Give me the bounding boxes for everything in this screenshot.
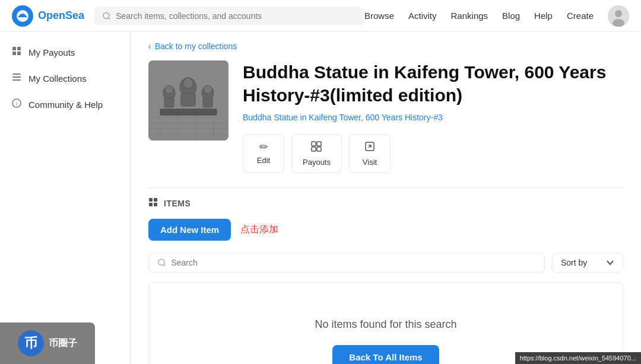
- sidebar-label-my-collections: My Collections: [28, 74, 87, 84]
- add-item-row: Add New Item 点击添加: [148, 219, 623, 241]
- nav-browse[interactable]: Browse: [364, 11, 394, 21]
- info-icon: i: [12, 98, 21, 110]
- sidebar-item-my-collections[interactable]: My Collections: [0, 65, 130, 91]
- sidebar-label-my-payouts: My Payouts: [28, 47, 75, 58]
- search-input[interactable]: [116, 11, 356, 21]
- watermark: 币 币圈子: [0, 323, 95, 364]
- page-layout: My Payouts My Collections i Community & …: [0, 32, 641, 364]
- nav-rankings[interactable]: Rankings: [451, 11, 488, 21]
- svg-line-47: [164, 264, 166, 266]
- nav-create[interactable]: Create: [567, 11, 594, 21]
- items-header-label: ITEMS: [164, 199, 191, 208]
- sidebar-item-my-payouts[interactable]: My Payouts: [0, 39, 130, 65]
- svg-rect-37: [317, 142, 321, 146]
- items-search-wrapper[interactable]: [148, 253, 545, 273]
- svg-rect-42: [149, 198, 153, 202]
- svg-point-2: [103, 12, 109, 18]
- logo-text[interactable]: OpenSea: [38, 9, 84, 22]
- edit-icon: ✏: [259, 141, 268, 154]
- svg-rect-7: [12, 47, 16, 50]
- svg-text:i: i: [16, 101, 17, 107]
- visit-button[interactable]: Visit: [349, 134, 391, 173]
- svg-rect-44: [149, 203, 153, 206]
- edit-label: Edit: [257, 156, 270, 165]
- avatar[interactable]: [608, 5, 629, 27]
- svg-rect-9: [12, 52, 16, 55]
- items-grid-icon: [148, 197, 158, 209]
- svg-rect-27: [160, 109, 217, 115]
- svg-rect-20: [181, 93, 195, 106]
- sidebar: My Payouts My Collections i Community & …: [0, 32, 131, 364]
- svg-rect-39: [317, 147, 321, 151]
- svg-point-5: [615, 10, 622, 17]
- main-content: ‹ Back to my collections: [131, 32, 641, 364]
- nav-blog[interactable]: Blog: [502, 11, 520, 21]
- svg-line-3: [109, 17, 110, 19]
- search-row: Sort by: [148, 253, 623, 273]
- sort-by-label: Sort by: [561, 258, 587, 267]
- collection-image: [148, 60, 229, 141]
- svg-rect-23: [164, 98, 174, 107]
- items-search-icon: [157, 258, 166, 267]
- svg-point-22: [165, 85, 173, 94]
- sidebar-label-community-help: Community & Help: [28, 100, 103, 110]
- svg-rect-13: [12, 79, 21, 81]
- nav-help[interactable]: Help: [534, 11, 553, 21]
- sort-by-button[interactable]: Sort by: [552, 253, 623, 273]
- edit-button[interactable]: ✏ Edit: [243, 134, 284, 173]
- svg-point-25: [204, 85, 212, 94]
- sidebar-item-community-help[interactable]: i Community & Help: [0, 91, 130, 117]
- breadcrumb-arrow: ‹: [148, 41, 151, 51]
- svg-point-46: [158, 259, 164, 265]
- breadcrumb-text: Back to my collections: [155, 41, 237, 51]
- items-header: ITEMS: [148, 187, 623, 219]
- search-icon: [102, 11, 111, 21]
- header: OpenSea Browse Activity Rankings Blog He…: [0, 0, 641, 32]
- chinese-annotation: 点击添加: [240, 223, 278, 236]
- empty-state-text: No items found for this search: [173, 318, 599, 331]
- visit-label: Visit: [363, 158, 377, 167]
- visit-icon: [364, 141, 376, 155]
- collection-subtitle[interactable]: Buddha Statue in Kaifeng Tower, 600 Year…: [243, 113, 623, 122]
- svg-rect-36: [312, 142, 316, 146]
- chevron-down-icon: [606, 258, 614, 267]
- url-bar: https://blog.csdn.net/weixin_54594070...: [515, 352, 641, 364]
- svg-rect-10: [17, 52, 21, 55]
- opensea-logo-icon: [12, 5, 33, 27]
- watermark-label: 币圈子: [49, 337, 77, 350]
- list-icon: [12, 72, 21, 84]
- image-placeholder: [148, 60, 229, 141]
- header-nav: Browse Activity Rankings Blog Help Creat…: [364, 5, 629, 27]
- collection-title: Buddha Statue in Kaifeng Tower, 600 Year…: [243, 60, 623, 107]
- svg-point-19: [183, 78, 193, 88]
- payouts-icon: [310, 141, 322, 155]
- items-search-input[interactable]: [171, 258, 536, 267]
- svg-rect-38: [312, 147, 316, 151]
- svg-rect-11: [12, 74, 21, 75]
- collection-image-svg: [148, 60, 229, 141]
- svg-rect-45: [154, 203, 157, 206]
- collection-info: Buddha Statue in Kaifeng Tower, 600 Year…: [243, 60, 623, 173]
- watermark-circle: 币: [18, 330, 44, 356]
- back-to-all-items-button[interactable]: Back To All Items: [332, 345, 439, 364]
- items-section: ITEMS Add New Item 点击添加 Sort by: [131, 187, 641, 364]
- grid-icon: [12, 46, 21, 58]
- svg-rect-8: [17, 47, 21, 50]
- logo[interactable]: OpenSea: [12, 5, 84, 27]
- svg-rect-12: [12, 76, 21, 78]
- search-bar[interactable]: [94, 7, 364, 25]
- payouts-label: Payouts: [303, 158, 331, 167]
- payouts-button[interactable]: Payouts: [291, 134, 342, 173]
- svg-rect-26: [203, 98, 212, 107]
- collection-actions: ✏ Edit Payouts: [243, 134, 623, 173]
- breadcrumb[interactable]: ‹ Back to my collections: [131, 32, 641, 60]
- add-new-item-button[interactable]: Add New Item: [148, 219, 231, 241]
- nav-activity[interactable]: Activity: [408, 11, 437, 21]
- collection-header: Buddha Statue in Kaifeng Tower, 600 Year…: [131, 60, 641, 187]
- svg-rect-43: [154, 198, 157, 202]
